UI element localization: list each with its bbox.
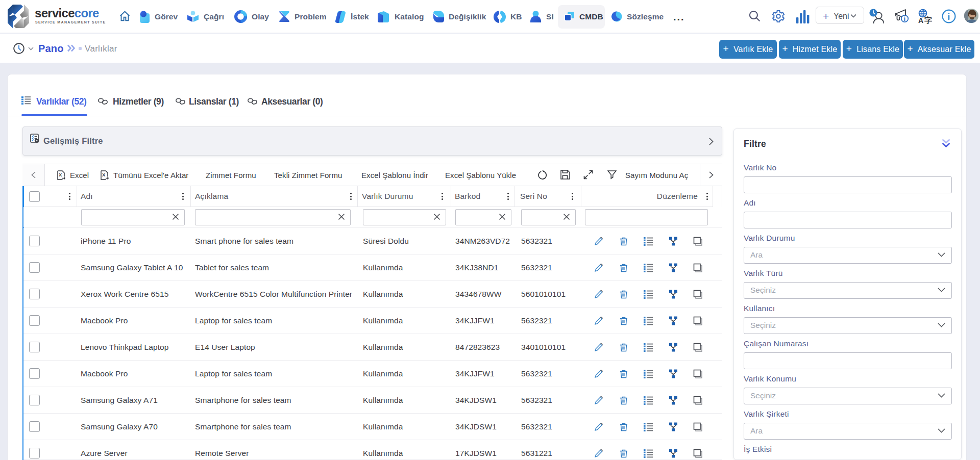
svg-text:字: 字 <box>924 16 932 24</box>
svg-text:A: A <box>918 16 923 24</box>
svg-text:X: X <box>59 172 62 177</box>
svg-text:X: X <box>102 172 106 177</box>
